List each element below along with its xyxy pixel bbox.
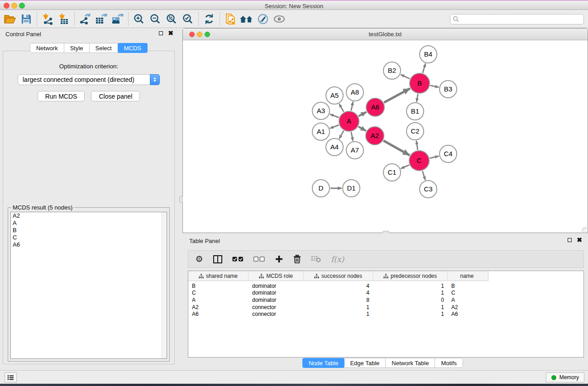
graph-edge-A-A7 — [351, 132, 353, 141]
table-cell[interactable]: A — [448, 297, 486, 303]
memory-label: Memory — [559, 374, 579, 381]
table-row[interactable]: Bdominator41B — [188, 282, 583, 290]
graph-edge-A-A1 — [330, 125, 339, 128]
table-cell[interactable]: connector — [249, 311, 304, 317]
table-cell[interactable]: connector — [249, 304, 304, 310]
mcds-result-list: A2ABCA6 — [10, 212, 167, 359]
table-row[interactable]: Adominator80A — [188, 296, 583, 304]
column-header-mcds-role[interactable]: MCDS role — [249, 271, 304, 281]
table-cell[interactable]: 1 — [373, 283, 448, 289]
delete-columns-button[interactable] — [293, 255, 301, 263]
table-cell[interactable]: 1 — [373, 290, 448, 296]
create-new-column-button[interactable] — [275, 255, 283, 263]
search-input[interactable] — [459, 16, 583, 23]
tab-node-table[interactable]: Node Table — [302, 358, 345, 368]
zoom-in-button[interactable] — [131, 11, 147, 27]
table-cell[interactable]: dominator — [249, 290, 304, 296]
tab-network[interactable]: Network — [30, 43, 64, 52]
table-row[interactable]: A6connector11A6 — [188, 310, 583, 318]
open-session-button[interactable] — [2, 11, 18, 27]
memory-button[interactable]: Memory — [546, 372, 584, 382]
table-cell[interactable]: 1 — [304, 311, 373, 317]
function-builder-button[interactable]: f(x) — [331, 255, 344, 264]
list-scrollbar[interactable] — [162, 212, 167, 358]
network-window-title-bar[interactable]: testGlobe.txt — [183, 29, 588, 40]
column-header-predecessor-nodes[interactable]: predecessor nodes — [373, 271, 448, 281]
table-cell[interactable]: 4 — [304, 283, 373, 289]
table-cell[interactable]: C — [448, 290, 486, 296]
table-cell[interactable]: 1 — [373, 311, 448, 317]
zoom-selected-icon — [182, 13, 194, 25]
zoom-out-button[interactable] — [147, 11, 163, 27]
table-cell[interactable]: A2 — [188, 304, 249, 310]
export-network-button[interactable] — [77, 11, 93, 27]
column-header-shared-name[interactable]: shared name — [188, 271, 249, 281]
home-button[interactable] — [239, 11, 255, 27]
show-panels-button[interactable] — [5, 372, 17, 382]
copy-network-button[interactable] — [222, 11, 239, 27]
export-image-button[interactable] — [110, 11, 126, 27]
zoom-fit-button[interactable] — [163, 11, 180, 27]
close-panel-button[interactable]: Close panel — [91, 91, 140, 101]
network-canvas[interactable]: ABCA2A6A1A3A4A5A7A8B1B2B3B4C1C2C3C4DD1 — [183, 40, 588, 233]
table-cell[interactable]: 8 — [304, 297, 373, 303]
graph-node-label: A1 — [317, 128, 325, 135]
close-panel-icon[interactable]: ✖ — [168, 31, 173, 35]
close-panel-icon[interactable]: ✖ — [577, 238, 582, 242]
tab-select[interactable]: Select — [90, 43, 118, 52]
table-row[interactable]: A2connector11A2 — [188, 304, 583, 311]
table-cell[interactable]: dominator — [249, 297, 304, 303]
column-header-name[interactable]: name — [448, 271, 486, 281]
tab-motifs[interactable]: Motifs — [435, 358, 463, 367]
optimization-criterion-dropdown[interactable]: largest connected component (directed) — [18, 74, 160, 85]
mcds-result-item[interactable]: A6 — [11, 241, 167, 248]
show-column-button[interactable] — [213, 255, 222, 263]
delete-table-button[interactable] — [311, 256, 321, 262]
save-session-button[interactable] — [18, 11, 34, 27]
unselect-all-columns-button[interactable] — [253, 257, 265, 262]
table-cell[interactable]: C — [188, 290, 249, 296]
table-cell[interactable]: A6 — [188, 311, 249, 317]
table-cell[interactable]: A2 — [448, 304, 486, 310]
table-cell[interactable]: 0 — [373, 297, 448, 303]
zoom-fit-icon — [166, 13, 177, 25]
table-cell[interactable]: dominator — [249, 283, 304, 289]
import-table-button[interactable] — [56, 11, 72, 27]
tab-network-table[interactable]: Network Table — [386, 358, 435, 367]
table-cell[interactable]: B — [188, 283, 249, 289]
window-resize-grip[interactable] — [582, 227, 587, 232]
tab-mcds[interactable]: MCDS — [118, 43, 148, 53]
column-header-successor-nodes[interactable]: successor nodes — [304, 271, 373, 281]
refresh-button[interactable] — [201, 11, 217, 27]
tab-style[interactable]: Style — [64, 43, 90, 52]
import-network-button[interactable] — [39, 11, 56, 27]
export-table-button[interactable] — [93, 11, 110, 27]
hide-graphics-details-button[interactable] — [255, 11, 271, 27]
table-cell[interactable]: A6 — [448, 311, 486, 317]
float-panel-icon[interactable] — [159, 31, 163, 35]
table-row[interactable]: Cdominator41C — [188, 290, 583, 297]
network-graph: ABCA2A6A1A3A4A5A7A8B1B2B3B4C1C2C3C4DD1 — [183, 40, 588, 233]
run-mcds-button[interactable]: Run MCDS — [38, 91, 85, 101]
app-title-bar: Session: New Session — [0, 0, 588, 10]
dropdown-stepper-icon[interactable] — [150, 74, 160, 85]
table-options-button[interactable]: ⚙ — [195, 255, 203, 263]
vertical-split-handle[interactable] — [179, 196, 183, 203]
float-panel-icon[interactable] — [568, 238, 572, 242]
search-box[interactable] — [450, 14, 584, 24]
open-folder-icon — [4, 14, 16, 24]
mcds-result-item[interactable]: B — [11, 227, 167, 234]
graph-node-label: C — [417, 157, 422, 164]
table-cell[interactable]: B — [448, 283, 486, 289]
table-cell[interactable]: 1 — [373, 304, 448, 310]
mcds-result-item[interactable]: C — [11, 234, 167, 241]
table-cell[interactable]: A — [188, 297, 249, 303]
zoom-selected-button[interactable] — [180, 11, 196, 27]
mcds-result-item[interactable]: A2 — [11, 212, 167, 219]
select-all-columns-button[interactable] — [232, 257, 244, 262]
table-cell[interactable]: 1 — [304, 304, 373, 310]
show-graphics-details-button[interactable] — [271, 11, 287, 27]
tab-edge-table[interactable]: Edge Table — [344, 358, 386, 367]
mcds-result-item[interactable]: A — [11, 219, 167, 227]
table-cell[interactable]: 4 — [304, 290, 373, 296]
